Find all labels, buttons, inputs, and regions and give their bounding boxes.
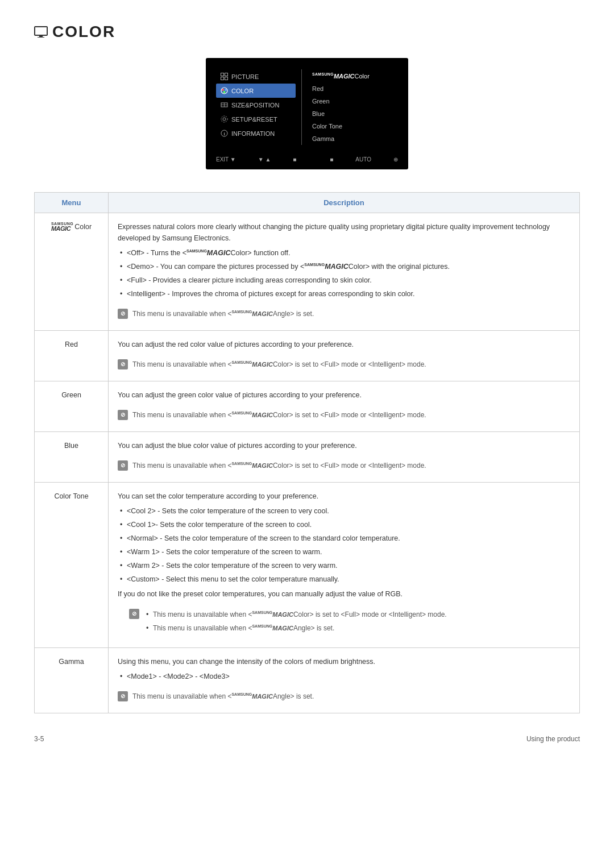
note-icon: ⊘ <box>118 359 128 369</box>
osd-bottom-bar: EXIT ▼ ▼ ▲ ■ ■ AUTO ⊕ <box>210 154 404 165</box>
menu-cell-gamma: Gamma <box>35 647 109 713</box>
osd-right-red: Red <box>308 82 398 95</box>
osd-left-panel: PICTURE COLOR SIZE&POSITION SETUP&RESET … <box>210 69 301 145</box>
osd-item-picture: PICTURE <box>216 69 296 84</box>
green-main-desc: You can adjust the green color value of … <box>118 389 570 401</box>
menu-cell-magic-color: SAMSUNG MAGIC Color <box>35 213 109 330</box>
bullet-item: <Intelligent> - Improves the chroma of p… <box>118 288 570 300</box>
bullet-item: <Normal> - Sets the color temperature of… <box>118 533 570 544</box>
svg-rect-5 <box>221 77 224 80</box>
note-icon: ⊘ <box>118 410 128 420</box>
magic-color-main-desc: Expresses natural colors more clearly wi… <box>118 221 570 244</box>
note-bullet: This menu is unavailable when <SAMSUNGMA… <box>144 609 447 620</box>
note-icon: ⊘ <box>129 609 139 619</box>
bullet-item: <Mode1> - <Mode2> - <Mode3> <box>118 671 570 682</box>
table-row-color-tone: Color Tone You can set the color tempera… <box>35 482 580 647</box>
bullet-item: <Warm 2> - Sets the color temperature of… <box>118 560 570 571</box>
desc-cell-blue: You can adjust the blue color value of p… <box>109 431 580 482</box>
content-table: Menu Description SAMSUNG MAGIC Color Exp… <box>34 192 580 713</box>
svg-point-9 <box>225 89 227 91</box>
note-icon: ⊘ <box>118 309 128 319</box>
red-note: ⊘ This menu is unavailable when <SAMSUNG… <box>118 356 570 373</box>
svg-point-14 <box>223 118 226 121</box>
menu-cell-red: Red <box>35 330 109 381</box>
page-title-section: COLOR <box>34 23 580 41</box>
osd-right-color-tone: Color Tone <box>308 120 398 132</box>
osd-item-info: i INFORMATION <box>216 126 296 140</box>
desc-cell-red: You can adjust the red color value of pi… <box>109 330 580 381</box>
color-tone-bullets: <Cool 2> - Sets the color temperature of… <box>118 505 570 585</box>
page-title: COLOR <box>52 23 115 41</box>
svg-rect-2 <box>38 37 44 38</box>
note-bullet: This menu is unavailable when <SAMSUNGMA… <box>144 622 447 634</box>
desc-cell-magic-color: Expresses natural colors more clearly wi… <box>109 213 580 330</box>
svg-point-10 <box>223 91 226 93</box>
osd-right-panel: SAMSUNGMAGICColor Red Green Blue Color T… <box>301 69 404 145</box>
svg-point-8 <box>222 89 224 91</box>
page-footer: 3-5 Using the product <box>34 730 580 743</box>
table-row-gamma: Gamma Using this menu, you can change th… <box>35 647 580 713</box>
color-tone-note-bullets: This menu is unavailable when <SAMSUNGMA… <box>144 609 447 636</box>
table-row-red: Red You can adjust the red color value o… <box>35 330 580 381</box>
gamma-bullets: <Mode1> - <Mode2> - <Mode3> <box>118 671 570 682</box>
menu-cell-blue: Blue <box>35 431 109 482</box>
osd-item-size: SIZE&POSITION <box>216 98 296 112</box>
svg-rect-1 <box>39 35 43 37</box>
svg-rect-3 <box>221 73 224 76</box>
osd-menu: PICTURE COLOR SIZE&POSITION SETUP&RESET … <box>210 63 404 152</box>
col-menu: Menu <box>35 192 109 213</box>
svg-rect-0 <box>35 27 47 35</box>
footer-section-name: Using the product <box>526 735 580 743</box>
desc-cell-green: You can adjust the green color value of … <box>109 381 580 431</box>
svg-rect-4 <box>225 73 228 76</box>
footer-page-number: 3-5 <box>34 735 44 743</box>
bullet-item: <Off> - Turns the <SAMSUNGMAGICColor> fu… <box>118 247 570 259</box>
table-row-blue: Blue You can adjust the blue color value… <box>35 431 580 482</box>
desc-cell-color-tone: You can set the color temperature accord… <box>109 482 580 647</box>
menu-cell-green: Green <box>35 381 109 431</box>
color-tone-main-desc: You can set the color temperature accord… <box>118 491 570 502</box>
magic-color-bullets: <Off> - Turns the <SAMSUNGMAGICColor> fu… <box>118 247 570 300</box>
note-icon: ⊘ <box>118 460 128 471</box>
note-icon: ⊘ <box>118 691 128 701</box>
bullet-item: <Cool 1>- Sets the color temperature of … <box>118 519 570 530</box>
note-text: This menu is unavailable when <SAMSUNGMA… <box>132 410 426 420</box>
bullet-item: <Demo> - You can compare the pictures pr… <box>118 261 570 272</box>
color-tone-extra-desc: If you do not like the preset color temp… <box>118 588 570 600</box>
monitor-screenshot: PICTURE COLOR SIZE&POSITION SETUP&RESET … <box>34 58 580 169</box>
bullet-item: <Cool 2> - Sets the color temperature of… <box>118 505 570 517</box>
osd-right-blue: Blue <box>308 107 398 120</box>
magic-color-note: ⊘ This menu is unavailable when <SAMSUNG… <box>118 305 570 322</box>
blue-main-desc: You can adjust the blue color value of p… <box>118 440 570 451</box>
note-text: This menu is unavailable when <SAMSUNGMA… <box>132 691 314 701</box>
svg-rect-6 <box>225 77 228 80</box>
red-main-desc: You can adjust the red color value of pi… <box>118 339 570 350</box>
gamma-note: ⊘ This menu is unavailable when <SAMSUNG… <box>118 688 570 705</box>
menu-cell-color-tone: Color Tone <box>35 482 109 647</box>
green-note: ⊘ This menu is unavailable when <SAMSUNG… <box>118 406 570 423</box>
blue-note: ⊘ This menu is unavailable when <SAMSUNG… <box>118 457 570 474</box>
bullet-item: <Full> - Provides a clearer picture incl… <box>118 275 570 286</box>
gamma-main-desc: Using this menu, you can change the inte… <box>118 656 570 667</box>
osd-right-gamma: Gamma <box>308 132 398 145</box>
osd-right-green: Green <box>308 95 398 107</box>
svg-text:i: i <box>224 131 225 136</box>
note-text: This menu is unavailable when <SAMSUNGMA… <box>132 309 314 319</box>
bullet-item: <Warm 1> - Sets the color temperature of… <box>118 546 570 558</box>
svg-point-15 <box>221 116 227 122</box>
osd-item-setup: SETUP&RESET <box>216 112 296 126</box>
desc-cell-gamma: Using this menu, you can change the inte… <box>109 647 580 713</box>
table-row-magic-color: SAMSUNG MAGIC Color Expresses natural co… <box>35 213 580 330</box>
color-tone-note-1: ⊘ This menu is unavailable when <SAMSUNG… <box>118 605 570 639</box>
osd-right-magic-color: SAMSUNGMAGICColor <box>308 69 398 82</box>
osd-item-color: COLOR <box>216 84 296 98</box>
col-desc: Description <box>109 192 580 213</box>
table-row-green: Green You can adjust the green color val… <box>35 381 580 431</box>
note-text: This menu is unavailable when <SAMSUNGMA… <box>132 359 426 369</box>
note-text: This menu is unavailable when <SAMSUNGMA… <box>132 460 426 471</box>
bullet-item: <Custom> - Select this menu to set the c… <box>118 574 570 585</box>
monitor-icon <box>34 26 48 38</box>
